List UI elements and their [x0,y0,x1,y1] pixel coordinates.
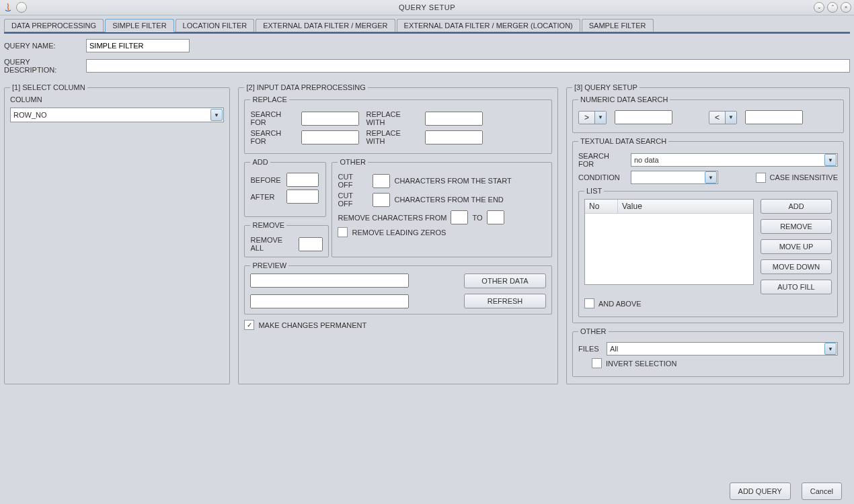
before-input[interactable] [286,173,319,187]
column-label: COLUMN [10,95,224,103]
leading-zeros-checkbox[interactable] [338,227,348,237]
invert-selection-checkbox[interactable] [592,358,602,368]
button-label: OTHER DATA [481,277,528,285]
cutoff-label: CUT OFF [338,192,368,208]
remove-to-input[interactable] [487,210,504,224]
numeric-op1-select[interactable]: >▼ [578,111,607,124]
from-end-label: CHARACTERS FROM THE END [394,196,503,204]
tab-simple-filter[interactable]: SIMPLE FILTER [105,19,173,32]
group-remove: REMOVE REMOVE ALL [244,221,329,257]
query-name-input[interactable] [86,39,190,52]
tab-location-filter[interactable]: LOCATION FILTER [176,19,255,32]
files-label: FILES [578,345,603,353]
condition-select[interactable]: ▼ [631,171,718,184]
list-table[interactable]: No Value [584,199,754,285]
group-preview: PREVIEW OTHER DATA REFRESH [244,261,552,314]
search-for-select[interactable]: no data ▼ [631,153,838,167]
numeric-v1-input[interactable] [615,110,672,124]
button-label: MOVE UP [779,243,814,251]
preview-input-2[interactable] [250,294,409,308]
tab-label: LOCATION FILTER [183,22,247,30]
search-for-label: SEARCH FOR [578,152,627,168]
query-name-label: QUERY NAME: [4,42,82,50]
before-label: BEFORE [250,176,282,184]
panel2-legend: [2] INPUT DATA PREPROCESSING [244,83,367,91]
remove-from-label: REMOVE CHARACTERS FROM [338,214,447,222]
after-input[interactable] [286,190,319,204]
search-for-value: no data [634,156,659,164]
numeric-v2-input[interactable] [745,110,803,124]
after-label: AFTER [250,193,282,201]
replace-with-input-2[interactable] [425,130,483,144]
close-icon[interactable]: × [841,2,851,13]
remove-from-input[interactable] [451,210,468,224]
list-moveup-button[interactable]: MOVE UP [761,239,832,254]
panel-input-preprocessing: [2] INPUT DATA PREPROCESSING REPLACE SEA… [238,83,558,384]
list-autofill-button[interactable]: AUTO FILL [761,280,832,294]
chevron-down-icon: ▼ [210,109,223,121]
add-legend: ADD [250,158,270,166]
cutoff-label: CUT OFF [338,173,368,189]
button-label: REFRESH [488,297,523,305]
other-preproc-legend: OTHER [338,158,368,166]
tab-label: SAMPLE FILTER [589,22,646,30]
search-for-input-1[interactable] [301,112,359,126]
and-above-checkbox[interactable] [584,298,594,308]
replace-legend: REPLACE [250,95,288,103]
column-select-value: ROW_NO [13,111,47,119]
refresh-button[interactable]: REFRESH [464,294,546,308]
group-other-query: OTHER FILES All ▼ INVERT SELECTION [572,327,844,377]
query-desc-input[interactable] [86,59,850,73]
panel-query-setup: [3] QUERY SETUP NUMERIC DATA SEARCH >▼ <… [566,83,850,384]
numeric-op2-value: < [709,113,725,122]
button-label: MOVE DOWN [773,263,820,271]
numeric-op1-value: > [579,113,594,122]
list-remove-button[interactable]: REMOVE [761,219,832,234]
tab-label: DATA PREPROCESSING [11,22,96,30]
case-insensitive-label: CASE INSENSITIVE [770,173,838,181]
group-add: ADD BEFORE AFTER [244,158,326,217]
chevron-down-icon: ▼ [594,112,606,124]
to-label: TO [472,214,482,222]
other-query-legend: OTHER [578,327,609,335]
group-textual-search: TEXTUAL DATA SEARCH SEARCH FOR no data ▼… [572,137,844,323]
tab-label: EXTERNAL DATA FILTER / MERGER (LOCATION) [404,22,573,30]
minimize-icon[interactable]: ⌄ [814,2,824,13]
other-data-button[interactable]: OTHER DATA [464,274,546,288]
remove-legend: REMOVE [250,221,286,229]
search-for-input-2[interactable] [301,130,359,144]
button-label: AUTO FILL [777,283,814,291]
panel3-legend: [3] QUERY SETUP [572,83,639,91]
files-select[interactable]: All ▼ [607,342,838,355]
preview-input-1[interactable] [250,274,409,288]
cancel-button[interactable]: Cancel [802,482,842,500]
tab-label: EXTERNAL DATA FILTER / MERGER [263,22,387,30]
remove-all-input[interactable] [299,237,323,251]
add-query-button[interactable]: ADD QUERY [730,482,791,500]
tab-sample-filter[interactable]: SAMPLE FILTER [582,19,654,32]
list-add-button[interactable]: ADD [761,199,832,214]
numeric-op2-select[interactable]: <▼ [709,111,737,124]
column-select[interactable]: ROW_NO ▼ [10,108,224,122]
tab-data-preprocessing[interactable]: DATA PREPROCESSING [4,19,104,32]
search-for-label: SEARCH FOR [250,129,297,145]
replace-with-input-1[interactable] [425,112,483,126]
case-insensitive-checkbox[interactable] [756,173,766,183]
panel1-legend: [1] SELECT COLUMN [10,83,87,91]
files-value: All [610,345,618,353]
query-desc-label: QUERY DESCRIPTION: [4,58,82,74]
chevron-down-icon: ▼ [705,171,717,183]
list-movedown-button[interactable]: MOVE DOWN [761,259,832,274]
button-label: REMOVE [780,222,812,230]
cutoff-end-input[interactable] [373,193,390,207]
button-label: ADD [788,202,804,210]
list-col-value: Value [618,200,753,213]
cutoff-start-input[interactable] [373,174,390,188]
tab-external-filter-location[interactable]: EXTERNAL DATA FILTER / MERGER (LOCATION) [397,19,580,32]
titlebar: QUERY SETUP ⌄ ⌃ × [0,0,854,15]
leading-zeros-label: REMOVE LEADING ZEROS [352,228,446,237]
maximize-icon[interactable]: ⌃ [827,2,838,13]
tab-external-filter[interactable]: EXTERNAL DATA FILTER / MERGER [256,19,395,32]
make-permanent-checkbox[interactable]: ✓ [244,320,254,330]
panel-select-column: [1] SELECT COLUMN COLUMN ROW_NO ▼ [4,83,230,384]
